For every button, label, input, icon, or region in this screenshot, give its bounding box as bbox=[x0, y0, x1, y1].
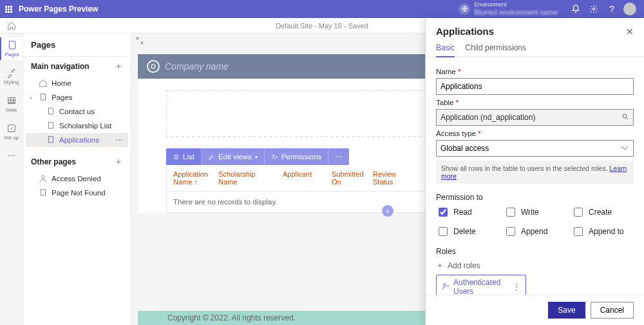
site-company-name[interactable]: Company name bbox=[165, 61, 229, 72]
tree-item-label: Applications bbox=[59, 136, 99, 144]
table-label: Table bbox=[436, 99, 634, 106]
svg-point-11 bbox=[272, 155, 274, 157]
col-applicant[interactable]: Applicant bbox=[283, 170, 332, 186]
tree-item-page-not-found[interactable]: Page Not Found bbox=[26, 186, 128, 200]
permission-to-label: Permission to bbox=[436, 193, 634, 202]
rail-pages[interactable]: Pages bbox=[0, 37, 23, 60]
name-input[interactable] bbox=[436, 78, 634, 95]
environment-name: Blurred environment name bbox=[474, 8, 558, 16]
access-type-select[interactable]: Global access bbox=[436, 140, 634, 157]
tree-item-contact-us[interactable]: Contact us bbox=[26, 104, 128, 119]
svg-rect-7 bbox=[49, 123, 53, 128]
tree-item-scholarship-list[interactable]: Scholarship List bbox=[26, 119, 128, 133]
rail-data-label: Data bbox=[6, 107, 17, 113]
product-name: Power Pages Preview bbox=[19, 5, 98, 14]
tree-item-label: Access Denied bbox=[52, 175, 101, 182]
tree-item-label: Page Not Found bbox=[52, 189, 106, 197]
workspace-rail: Pages Styling Data Set up ⋯ bbox=[0, 34, 23, 325]
rail-setup[interactable]: Set up bbox=[0, 121, 23, 143]
table-lookup[interactable]: Application (nd_application) bbox=[436, 109, 634, 126]
list-toolbar-overflow-icon[interactable]: ⋯ bbox=[328, 148, 349, 165]
tree-item-label: Home bbox=[52, 79, 71, 87]
tree-item-label: Scholarship List bbox=[59, 122, 111, 130]
global-header: Power Pages Preview Environment Blurred … bbox=[0, 0, 644, 18]
perm-write[interactable]: Write bbox=[504, 206, 566, 219]
col-review-status[interactable]: Review Status bbox=[373, 170, 422, 186]
role-chip-authenticated-users[interactable]: Authenticated Users ⋮ bbox=[436, 275, 526, 295]
perm-appendto[interactable]: Append to bbox=[571, 225, 634, 238]
perm-appendto-checkbox[interactable] bbox=[574, 227, 583, 236]
tab-basic[interactable]: Basic bbox=[436, 43, 455, 57]
svg-rect-6 bbox=[49, 108, 53, 114]
add-other-page-icon[interactable]: ＋ bbox=[114, 156, 123, 168]
perm-read[interactable]: Read bbox=[436, 206, 498, 219]
list-toolbar-permissions[interactable]: Permissions bbox=[265, 148, 329, 165]
sort-asc-icon: ↑ bbox=[194, 178, 198, 186]
environment-label: Environment bbox=[474, 2, 558, 8]
tree-item-applications[interactable]: Applications ⋯ bbox=[26, 133, 128, 147]
table-lookup-value: Application (nd_application) bbox=[440, 113, 535, 122]
perm-append-checkbox[interactable] bbox=[506, 227, 515, 236]
home-icon[interactable] bbox=[0, 21, 23, 30]
svg-point-12 bbox=[623, 114, 627, 118]
rail-styling[interactable]: Styling bbox=[0, 65, 23, 88]
perm-write-checkbox[interactable] bbox=[506, 208, 515, 217]
svg-rect-2 bbox=[9, 41, 15, 49]
name-label: Name bbox=[436, 68, 634, 75]
perm-append[interactable]: Append bbox=[504, 225, 566, 238]
add-page-icon[interactable]: ＋ bbox=[114, 61, 123, 72]
app-launcher-icon[interactable] bbox=[5, 6, 12, 13]
chevron-right-icon[interactable]: › bbox=[30, 94, 32, 101]
access-type-label: Access type bbox=[436, 130, 634, 137]
tree-item-label: Contact us bbox=[59, 108, 95, 115]
svg-rect-5 bbox=[41, 94, 46, 100]
rail-data[interactable]: Data bbox=[0, 93, 23, 115]
svg-point-13 bbox=[444, 284, 446, 286]
rail-overflow-icon[interactable]: ⋯ bbox=[8, 151, 15, 160]
add-section-icon[interactable]: ＋ bbox=[382, 205, 393, 217]
tree-item-home[interactable]: Home bbox=[26, 76, 128, 90]
permissions-flyout: Applications ✕ Basic Child permissions N… bbox=[425, 18, 644, 325]
tree-item-pages[interactable]: › Pages bbox=[26, 90, 128, 104]
environment-icon bbox=[459, 3, 470, 15]
perm-create[interactable]: Create bbox=[571, 206, 634, 219]
roles-label: Roles bbox=[436, 247, 634, 256]
environment-picker[interactable]: Environment Blurred environment name bbox=[459, 2, 558, 16]
svg-point-1 bbox=[592, 8, 595, 10]
plus-icon: ＋ bbox=[436, 260, 444, 271]
main-navigation-label: Main navigation bbox=[31, 62, 90, 71]
list-toolbar-edit-views[interactable]: Edit views ▾ bbox=[202, 148, 265, 165]
perm-read-checkbox[interactable] bbox=[439, 208, 448, 217]
user-avatar[interactable] bbox=[621, 0, 639, 18]
svg-rect-10 bbox=[41, 190, 46, 195]
perm-create-checkbox[interactable] bbox=[574, 208, 583, 217]
cancel-button[interactable]: Cancel bbox=[591, 302, 634, 319]
close-icon[interactable]: ✕ bbox=[626, 26, 634, 37]
site-logo-icon[interactable] bbox=[147, 60, 160, 73]
pages-panel: Pages Main navigation ＋ Home › Pages Con… bbox=[23, 34, 131, 325]
add-roles-button[interactable]: ＋Add roles bbox=[436, 260, 634, 271]
expand-icon[interactable] bbox=[135, 36, 144, 47]
col-scholarship-name[interactable]: Scholarship Name bbox=[218, 170, 283, 186]
list-toolbar-list[interactable]: List bbox=[166, 148, 202, 165]
help-icon[interactable]: ? bbox=[603, 0, 621, 18]
flyout-title: Applications bbox=[436, 26, 626, 37]
role-chip-menu-icon[interactable]: ⋮ bbox=[513, 282, 520, 291]
tab-child-permissions[interactable]: Child permissions bbox=[465, 43, 526, 57]
save-button[interactable]: Save bbox=[548, 302, 585, 319]
access-type-helper: Show all rows in the table to users in t… bbox=[436, 161, 634, 184]
perm-delete[interactable]: Delete bbox=[436, 225, 498, 238]
col-application-name[interactable]: Application Name↑ bbox=[173, 170, 218, 186]
col-submitted-on[interactable]: Submitted On bbox=[332, 170, 373, 186]
other-pages-label: Other pages bbox=[31, 157, 76, 166]
perm-delete-checkbox[interactable] bbox=[439, 227, 448, 236]
other-pages-header: Other pages ＋ bbox=[23, 152, 131, 172]
person-icon bbox=[442, 282, 450, 292]
tree-item-access-denied[interactable]: Access Denied bbox=[26, 172, 128, 186]
notifications-icon[interactable] bbox=[567, 0, 585, 18]
rail-setup-label: Set up bbox=[4, 135, 19, 141]
list-component-toolbar: List Edit views ▾ Permissions ⋯ bbox=[166, 148, 349, 165]
tree-item-more-icon[interactable]: ⋯ bbox=[115, 135, 123, 144]
tree-item-label: Pages bbox=[52, 94, 73, 101]
settings-icon[interactable] bbox=[585, 0, 603, 18]
